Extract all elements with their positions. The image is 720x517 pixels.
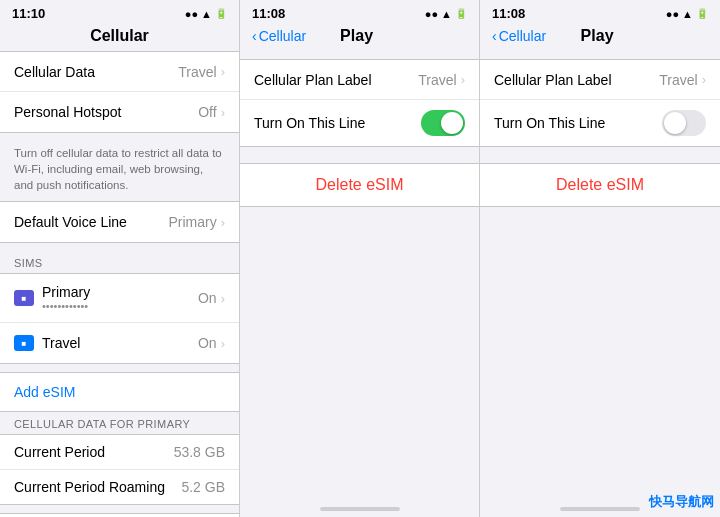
play-settings-section: Cellular Plan Label Travel › Turn On Thi…	[240, 59, 479, 147]
chevron-icon: ›	[702, 72, 706, 87]
sims-section-label: SIMs	[0, 251, 239, 273]
chevron-icon: ›	[221, 291, 225, 306]
default-voice-value: Primary ›	[168, 214, 225, 230]
wifi-icon: ▲	[682, 8, 693, 20]
page-title-3: Play	[581, 27, 614, 45]
current-period-row: Current Period 53.8 GB	[0, 435, 239, 470]
nav-bar-3: ‹ Cellular Play	[480, 23, 720, 51]
home-bar	[560, 507, 640, 511]
delete-esim-section-3[interactable]: Delete eSIM	[480, 163, 720, 207]
travel-sim-name: Travel	[42, 335, 80, 351]
panel-2: 11:08 ●● ▲ 🔋 ‹ Cellular Play Cellular Pl…	[240, 0, 480, 517]
turn-on-row: Turn On This Line	[240, 100, 479, 146]
cellular-data-value: Travel ›	[178, 64, 225, 80]
primary-sim-row[interactable]: ■ Primary •••••••••••• On ›	[0, 274, 239, 323]
turn-on-label-3: Turn On This Line	[494, 115, 605, 131]
turn-on-label: Turn On This Line	[254, 115, 365, 131]
back-chevron-icon: ‹	[492, 28, 497, 44]
travel-sim-left: ■ Travel	[14, 335, 80, 351]
chevron-icon: ›	[221, 336, 225, 351]
delete-esim-label: Delete eSIM	[315, 176, 403, 193]
delete-esim-section[interactable]: Delete eSIM	[240, 163, 479, 207]
sims-section: ■ Primary •••••••••••• On › ■ Travel On …	[0, 273, 239, 364]
plan-label: Cellular Plan Label	[254, 72, 372, 88]
default-voice-row[interactable]: Default Voice Line Primary ›	[0, 202, 239, 242]
stats-section: Current Period 53.8 GB Current Period Ro…	[0, 434, 239, 505]
panel-3: 11:08 ●● ▲ 🔋 ‹ Cellular Play Cellular Pl…	[480, 0, 720, 517]
page-title-1: Cellular	[90, 27, 149, 45]
roaming-value: 5.2 GB	[181, 479, 225, 495]
primary-sim-icon: ■	[14, 290, 34, 306]
plan-label-row-3[interactable]: Cellular Plan Label Travel ›	[480, 60, 720, 100]
plan-label-row[interactable]: Cellular Plan Label Travel ›	[240, 60, 479, 100]
chevron-icon: ›	[221, 105, 225, 120]
home-indicator-2	[240, 493, 479, 517]
cellular-data-label: Cellular Data	[14, 64, 95, 80]
signal-icon: ●●	[425, 8, 438, 20]
cellular-data-row[interactable]: Cellular Data Travel ›	[0, 52, 239, 92]
turn-on-row-3: Turn On This Line	[480, 100, 720, 146]
add-esim-label: Add eSIM	[14, 384, 75, 400]
turn-on-toggle-3[interactable]	[662, 110, 706, 136]
travel-sim-icon: ■	[14, 335, 34, 351]
primary-sim-name: Primary	[42, 284, 90, 300]
primary-sim-left: ■ Primary ••••••••••••	[14, 284, 90, 312]
battery-icon: 🔋	[696, 8, 708, 19]
plan-label-3: Cellular Plan Label	[494, 72, 612, 88]
delete-esim-label-3: Delete eSIM	[556, 176, 644, 193]
add-esim-section[interactable]: Add eSIM	[0, 372, 239, 412]
nav-bar-2: ‹ Cellular Play	[240, 23, 479, 51]
apps-section: ⚙️ System Services 8.2 GB › 🧭 Safari 5.5…	[0, 513, 239, 517]
battery-icon: 🔋	[215, 8, 227, 19]
turn-on-toggle[interactable]	[421, 110, 465, 136]
roaming-row: Current Period Roaming 5.2 GB	[0, 470, 239, 504]
status-bar-3: 11:08 ●● ▲ 🔋	[480, 0, 720, 23]
play2-settings-section: Cellular Plan Label Travel › Turn On Thi…	[480, 59, 720, 147]
panel-1: 11:10 ●● ▲ 🔋 Cellular Cellular Data Trav…	[0, 0, 240, 517]
signal-icon: ●●	[185, 8, 198, 20]
home-bar	[320, 507, 400, 511]
back-button-3[interactable]: ‹ Cellular	[492, 28, 546, 44]
current-period-label: Current Period	[14, 444, 105, 460]
status-icons-3: ●● ▲ 🔋	[666, 8, 708, 20]
cellular-data-section-label: CELLULAR DATA FOR PRIMARY	[0, 412, 239, 434]
default-voice-label: Default Voice Line	[14, 214, 127, 230]
primary-sim-value: On ›	[198, 290, 225, 306]
current-period-value: 53.8 GB	[174, 444, 225, 460]
main-settings-section: Cellular Data Travel › Personal Hotspot …	[0, 51, 239, 133]
status-time-3: 11:08	[492, 6, 525, 21]
personal-hotspot-label: Personal Hotspot	[14, 104, 121, 120]
primary-sim-sub: ••••••••••••	[42, 300, 90, 312]
page-title-2: Play	[340, 27, 373, 45]
wifi-icon: ▲	[441, 8, 452, 20]
chevron-icon: ›	[221, 215, 225, 230]
back-button-2[interactable]: ‹ Cellular	[252, 28, 306, 44]
toggle-knob	[441, 112, 463, 134]
chevron-icon: ›	[221, 64, 225, 79]
back-chevron-icon: ‹	[252, 28, 257, 44]
status-bar-2: 11:08 ●● ▲ 🔋	[240, 0, 479, 23]
battery-icon: 🔋	[455, 8, 467, 19]
roaming-label: Current Period Roaming	[14, 479, 165, 495]
personal-hotspot-row[interactable]: Personal Hotspot Off ›	[0, 92, 239, 132]
back-label-3: Cellular	[499, 28, 546, 44]
status-icons-2: ●● ▲ 🔋	[425, 8, 467, 20]
status-time-2: 11:08	[252, 6, 285, 21]
status-icons-1: ●● ▲ 🔋	[185, 8, 227, 20]
plan-value-3: Travel ›	[659, 72, 706, 88]
status-bar-1: 11:10 ●● ▲ 🔋	[0, 0, 239, 23]
signal-icon: ●●	[666, 8, 679, 20]
nav-bar-1: Cellular	[0, 23, 239, 51]
watermark: 快马导航网	[649, 493, 714, 511]
travel-sim-value: On ›	[198, 335, 225, 351]
info-text: Turn off cellular data to restrict all d…	[0, 141, 239, 201]
chevron-icon: ›	[461, 72, 465, 87]
plan-value: Travel ›	[418, 72, 465, 88]
wifi-icon: ▲	[201, 8, 212, 20]
default-voice-section: Default Voice Line Primary ›	[0, 201, 239, 243]
back-label-2: Cellular	[259, 28, 306, 44]
personal-hotspot-value: Off ›	[198, 104, 225, 120]
status-time-1: 11:10	[12, 6, 45, 21]
travel-sim-row[interactable]: ■ Travel On ›	[0, 323, 239, 363]
toggle-knob	[664, 112, 686, 134]
